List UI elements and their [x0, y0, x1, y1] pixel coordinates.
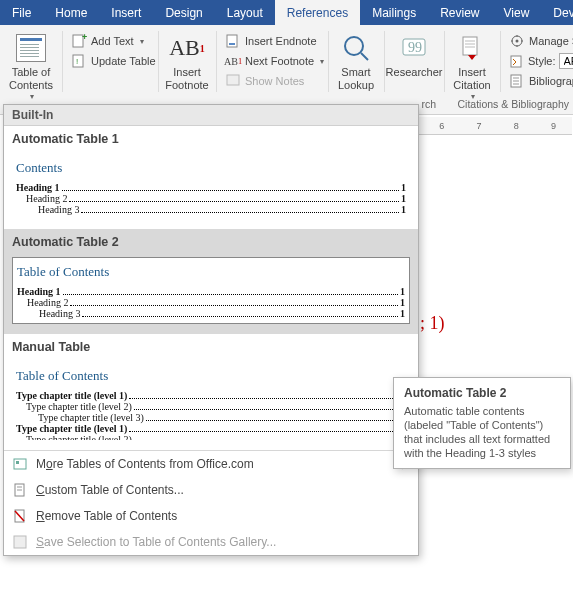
update-table-icon: !: [71, 53, 87, 69]
citation-style-select[interactable]: Style: APA: [504, 51, 573, 71]
tab-developer[interactable]: Developer: [541, 0, 573, 25]
svg-rect-5: [229, 43, 235, 45]
bibliography-icon: [509, 73, 525, 89]
tab-layout[interactable]: Layout: [215, 0, 275, 25]
show-notes-icon: [225, 73, 241, 89]
tab-design[interactable]: Design: [153, 0, 214, 25]
svg-rect-27: [16, 461, 19, 464]
svg-text:99: 99: [408, 40, 422, 55]
tab-insert[interactable]: Insert: [99, 0, 153, 25]
bibliography-button[interactable]: Bibliography: [504, 71, 573, 91]
svg-rect-6: [227, 75, 239, 85]
svg-rect-11: [463, 37, 477, 55]
tab-mailings[interactable]: Mailings: [360, 0, 428, 25]
save-gallery-icon: [12, 534, 28, 550]
search-icon: [340, 32, 372, 64]
preview-auto2: Table of Contents Heading 11Heading 21He…: [12, 257, 410, 324]
svg-point-7: [345, 37, 363, 55]
citations-group-label: Citations & Bibliography: [458, 98, 569, 110]
remove-toc-icon: [12, 508, 28, 524]
menu-bar: File Home Insert Design Layout Reference…: [0, 0, 573, 25]
svg-text:!: !: [76, 57, 78, 66]
custom-toc-icon: [12, 482, 28, 498]
quote-icon: 99: [398, 32, 430, 64]
tab-file[interactable]: File: [0, 0, 43, 25]
gallery-menu: More Tables of Contents from Office.com …: [4, 450, 418, 555]
preview-manual: Table of Contents Type chapter title (le…: [12, 362, 410, 440]
next-footnote-icon: AB1: [225, 53, 241, 69]
document-visible-text: ; 1): [420, 313, 445, 334]
smart-lookup-button[interactable]: Smart Lookup: [327, 29, 385, 95]
manage-sources-icon: [509, 33, 525, 49]
insert-endnote-button[interactable]: Insert Endnote: [220, 31, 322, 51]
svg-point-16: [516, 40, 519, 43]
insert-citation-button[interactable]: Insert Citation: [443, 29, 501, 104]
tooltip-auto2: Automatic Table 2 Automatic table conten…: [393, 377, 571, 469]
endnote-icon: [225, 33, 241, 49]
add-text-button[interactable]: + Add Text: [66, 31, 149, 51]
tab-view[interactable]: View: [492, 0, 542, 25]
toc-icon: [15, 32, 47, 64]
research-group-label: rch: [421, 98, 440, 112]
gallery-item-manual[interactable]: Manual Table Table of Contents Type chap…: [4, 334, 418, 450]
svg-text:+: +: [82, 33, 87, 42]
table-of-contents-button[interactable]: Table of Contents: [2, 29, 60, 104]
remove-toc-button[interactable]: Remove Table of Contents: [4, 503, 418, 529]
save-selection-gallery-button: Save Selection to Table of Contents Gall…: [4, 529, 418, 555]
show-notes-button[interactable]: Show Notes: [220, 71, 309, 91]
tab-home[interactable]: Home: [43, 0, 99, 25]
manage-sources-button[interactable]: Manage Sources: [504, 31, 573, 51]
svg-rect-33: [14, 536, 26, 548]
gallery-section-builtin: Built-In: [4, 105, 418, 126]
more-toc-office-button[interactable]: More Tables of Contents from Office.com …: [4, 451, 418, 477]
insert-footnote-button[interactable]: AB1 Insert Footnote: [158, 29, 216, 95]
citation-icon: [456, 32, 488, 64]
office-icon: [12, 456, 28, 472]
add-text-icon: +: [71, 33, 87, 49]
custom-toc-button[interactable]: Custom Table of Contents...: [4, 477, 418, 503]
tab-references[interactable]: References: [275, 0, 360, 25]
style-icon: [509, 53, 525, 69]
preview-auto1: Contents Heading 11Heading 21Heading 31: [12, 154, 410, 219]
update-table-button[interactable]: ! Update Table: [66, 51, 161, 71]
researcher-button[interactable]: 99 Researcher: [385, 29, 443, 82]
next-footnote-button[interactable]: AB1 Next Footnote: [220, 51, 329, 71]
svg-rect-4: [227, 35, 237, 47]
style-dropdown[interactable]: APA: [559, 53, 573, 69]
gallery-item-auto2[interactable]: Automatic Table 2 Table of Contents Head…: [4, 229, 418, 334]
gallery-item-auto1[interactable]: Automatic Table 1 Contents Heading 11Hea…: [4, 126, 418, 229]
tab-review[interactable]: Review: [428, 0, 491, 25]
svg-rect-26: [14, 459, 26, 469]
svg-line-8: [361, 53, 368, 60]
toc-gallery: Built-In Automatic Table 1 Contents Head…: [3, 104, 419, 556]
footnote-icon: AB1: [171, 32, 203, 64]
